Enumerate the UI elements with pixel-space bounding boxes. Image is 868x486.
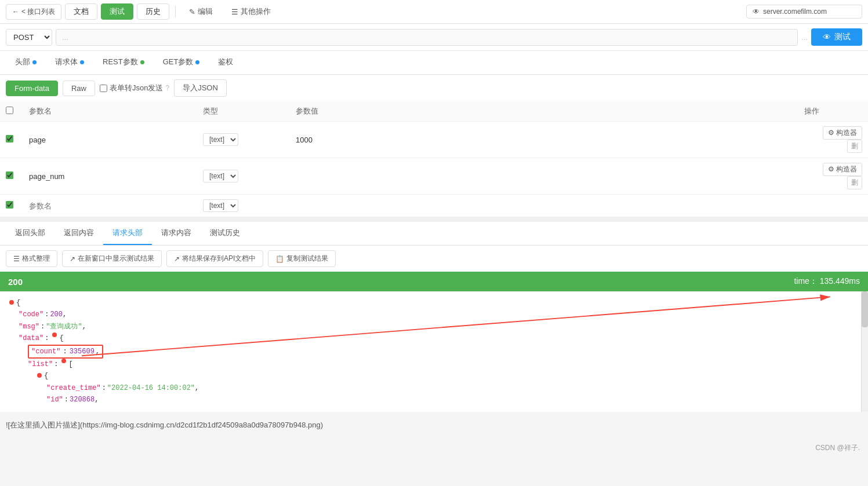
format-icon: ☰: [13, 255, 20, 263]
copy-result-button[interactable]: 📋 复制测试结果: [268, 250, 336, 267]
row-checkbox-2[interactable]: [6, 171, 13, 179]
construct-icon-2: ⚙: [828, 165, 834, 173]
save-to-api-label: 将结果保存到API文档中: [182, 254, 256, 264]
header-dot: [32, 60, 37, 64]
footer-text: ![在这里插入图片描述](https://img-blog.csdnimg.cn…: [0, 412, 868, 439]
status-bar: 200 time： 135.449ms: [0, 272, 868, 291]
json-viewer: { "code" : 200 , "msg" : "查询成功" , "data"…: [0, 291, 868, 412]
method-select[interactable]: POST: [6, 29, 52, 46]
tab-body[interactable]: 请求体: [46, 51, 93, 74]
table-row: [text]: [0, 195, 868, 217]
col-type: 类型: [197, 101, 290, 122]
json-line-1: {: [9, 297, 859, 309]
tab-get[interactable]: GET参数: [154, 51, 209, 74]
tab-doc[interactable]: 文档: [65, 3, 97, 20]
body-dot: [80, 60, 84, 64]
param-name-2[interactable]: [29, 172, 191, 181]
response-toolbar: ☰ 格式整理 ↗ 在新窗口中显示测试结果 ↗ 将结果保存到API文档中 📋 复制…: [0, 246, 868, 272]
new-window-label: 在新窗口中显示测试结果: [78, 254, 154, 264]
auth-tab-label: 鉴权: [218, 57, 233, 67]
json-dot-1: [9, 300, 14, 305]
format-button[interactable]: ☰ 格式整理: [6, 250, 57, 267]
col-param-name: 参数名: [23, 101, 197, 122]
json-line-5: "count" : 335609 ,: [9, 345, 859, 359]
footer-credit: CSDN @祥子.: [0, 439, 868, 458]
status-code: 200: [8, 277, 23, 287]
param-name-1[interactable]: [29, 136, 191, 144]
format-label: 格式整理: [22, 254, 50, 264]
test-label: 测试: [834, 32, 851, 42]
body-toolbar: Form-data Raw 表单转Json发送 ? 导入JSON: [0, 75, 868, 101]
param-value-1[interactable]: [296, 136, 793, 144]
rest-tab-label: REST参数: [103, 57, 138, 67]
test-eye-icon: 👁: [823, 32, 831, 42]
tab-request-header[interactable]: 请求头部: [103, 222, 152, 245]
time-label: time：: [794, 276, 817, 286]
get-tab-label: GET参数: [163, 57, 194, 67]
json-container: { "code" : 200 , "msg" : "查询成功" , "data"…: [0, 291, 868, 412]
back-button[interactable]: ← < 接口列表: [6, 4, 61, 20]
row-checkbox-1[interactable]: [6, 135, 13, 142]
scrollbar-thumb[interactable]: [862, 291, 868, 327]
construct-icon: ⚙: [828, 129, 834, 137]
test-button[interactable]: 👁 测试: [811, 28, 862, 46]
top-toolbar: ← < 接口列表 文档 测试 历史 ✎ 编辑 ☰ 其他操作 👁 server.c…: [0, 0, 868, 24]
external-icon: ↗: [70, 255, 75, 263]
get-dot: [195, 60, 199, 64]
delete-button-1[interactable]: 删: [847, 140, 862, 153]
tab-rest[interactable]: REST参数: [93, 51, 154, 74]
other-label: 其他操作: [241, 6, 271, 17]
tab-header[interactable]: 头部: [6, 51, 46, 74]
form-to-json-label[interactable]: 表单转Json发送 ?: [100, 83, 169, 93]
new-window-button[interactable]: ↗ 在新窗口中显示测试结果: [62, 250, 162, 267]
delete-button-2[interactable]: 删: [847, 176, 862, 189]
copy-icon: 📋: [275, 255, 284, 263]
tab-auth[interactable]: 鉴权: [209, 51, 242, 74]
param-value-3[interactable]: [296, 202, 793, 210]
import-json-button[interactable]: 导入JSON: [174, 79, 227, 97]
select-all-checkbox[interactable]: [6, 107, 13, 114]
row-checkbox-3[interactable]: [6, 201, 13, 209]
body-tab-label: 请求体: [55, 57, 78, 67]
back-icon: ←: [12, 8, 19, 16]
copy-label: 复制测试结果: [286, 254, 328, 264]
edit-button[interactable]: ✎ 编辑: [181, 3, 220, 20]
param-value-2[interactable]: [296, 172, 793, 181]
params-table: 参数名 类型 参数值 操作 [text] ⚙ 构造器 删: [0, 101, 868, 217]
scrollbar[interactable]: [861, 291, 868, 412]
raw-button[interactable]: Raw: [63, 81, 95, 96]
tab-test[interactable]: 测试: [101, 3, 133, 20]
tab-return-header[interactable]: 返回头部: [6, 222, 55, 245]
type-select-3[interactable]: [text]: [203, 199, 238, 212]
tab-history[interactable]: 历史: [137, 3, 169, 20]
json-line-2: "code" : 200 ,: [9, 309, 859, 320]
tab-request-content[interactable]: 请求内容: [152, 222, 201, 245]
json-dot-6: [61, 359, 66, 363]
tab-return-content[interactable]: 返回内容: [55, 222, 103, 245]
form-to-json-help: ?: [165, 84, 169, 92]
col-value: 参数值: [290, 101, 798, 122]
save-to-api-button[interactable]: ↗ 将结果保存到API文档中: [166, 250, 263, 267]
edit-icon: ✎: [189, 8, 195, 16]
form-data-button[interactable]: Form-data: [6, 81, 58, 96]
other-button[interactable]: ☰ 其他操作: [224, 3, 278, 20]
construct-label: 构造器: [836, 129, 857, 137]
save-icon: ↗: [174, 255, 180, 263]
json-line-8: "create_time" : "2022-04-16 14:00:02" ,: [9, 382, 859, 394]
param-name-3[interactable]: [29, 202, 191, 210]
form-to-json-checkbox[interactable]: [100, 85, 107, 92]
construct-button-2[interactable]: ⚙ 构造器: [823, 163, 862, 176]
construct-label-2: 构造器: [836, 165, 857, 173]
form-to-json-text: 表单转Json发送: [110, 83, 163, 93]
construct-button-1[interactable]: ⚙ 构造器: [823, 126, 862, 140]
json-line-9: "id" : 320868 ,: [9, 394, 859, 405]
table-row: [text] ⚙ 构造器 删: [0, 122, 868, 158]
param-tabs: 头部 请求体 REST参数 GET参数 鉴权: [0, 51, 868, 75]
type-select-1[interactable]: [text]: [203, 133, 238, 146]
type-select-2[interactable]: [text]: [203, 170, 238, 182]
json-dot-4: [52, 332, 57, 337]
server-display[interactable]: 👁 server.comefilm.com: [746, 5, 862, 19]
url-input[interactable]: [56, 29, 798, 46]
tab-test-history[interactable]: 测试历史: [201, 222, 249, 245]
url-dots: ...: [801, 33, 808, 42]
